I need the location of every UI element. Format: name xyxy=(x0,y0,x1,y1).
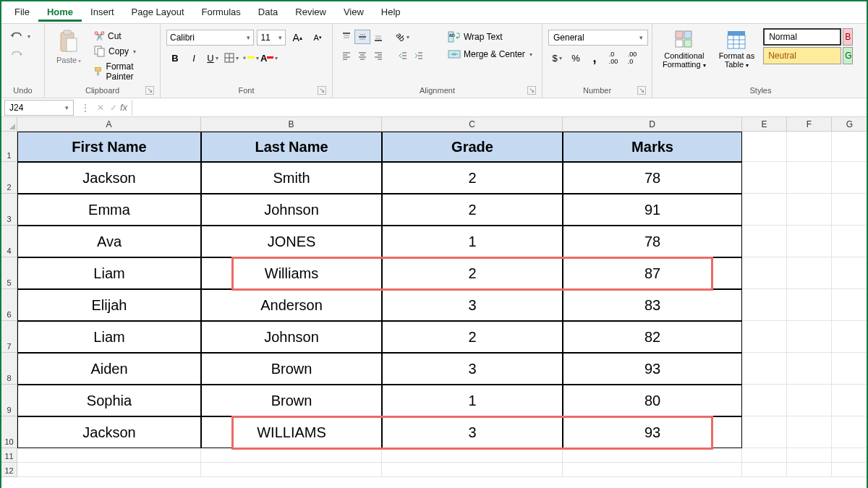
cell-d7[interactable]: 82 xyxy=(563,321,742,353)
cell-a6[interactable]: Elijah xyxy=(17,289,201,321)
decrease-indent-button[interactable] xyxy=(395,48,411,63)
cell-g8[interactable] xyxy=(832,353,868,385)
bold-button[interactable]: B xyxy=(166,50,184,66)
increase-font-button[interactable]: A▴ xyxy=(289,30,306,46)
increase-decimal-button[interactable]: .0.00 xyxy=(605,50,622,66)
cell-g10[interactable] xyxy=(832,416,868,448)
cell-f12[interactable] xyxy=(787,463,832,477)
cell-a7[interactable]: Liam xyxy=(17,321,201,353)
percent-format-button[interactable]: % xyxy=(567,50,584,66)
cell-e5[interactable] xyxy=(742,257,787,289)
cell-g7[interactable] xyxy=(832,321,868,353)
underline-button[interactable]: U xyxy=(204,50,221,66)
merge-center-button[interactable]: Merge & Center xyxy=(445,47,535,61)
row-header-2[interactable]: 2 xyxy=(1,162,17,194)
cell-a10[interactable]: Jackson xyxy=(17,416,201,448)
comma-format-button[interactable]: , xyxy=(586,50,603,66)
cell-e8[interactable] xyxy=(742,353,787,385)
cell-c7[interactable]: 2 xyxy=(382,321,563,353)
cell-c3[interactable]: 2 xyxy=(382,194,563,226)
tab-insert[interactable]: Insert xyxy=(82,3,123,22)
fill-color-button[interactable] xyxy=(242,50,259,66)
font-size-select[interactable]: 11▾ xyxy=(257,30,286,46)
align-left-button[interactable] xyxy=(339,48,354,63)
cell-e7[interactable] xyxy=(742,321,787,353)
cell-d10[interactable]: 93 xyxy=(563,416,742,448)
row-header-6[interactable]: 6 xyxy=(1,289,17,321)
cell-g12[interactable] xyxy=(832,463,868,477)
enter-formula-icon[interactable]: ✓ xyxy=(107,103,120,113)
number-format-select[interactable]: General▾ xyxy=(548,30,648,46)
tab-formulas[interactable]: Formulas xyxy=(193,3,250,22)
font-color-button[interactable]: A xyxy=(260,50,278,66)
cell-c9[interactable]: 1 xyxy=(382,385,563,416)
cell-c10[interactable]: 3 xyxy=(382,416,563,448)
cell-a9[interactable]: Sophia xyxy=(17,385,201,416)
cell-b5[interactable]: Williams xyxy=(201,257,382,289)
select-all-corner[interactable] xyxy=(1,117,17,132)
col-header-e[interactable]: E xyxy=(742,117,787,132)
align-bottom-button[interactable] xyxy=(370,30,386,44)
conditional-formatting-button[interactable]: ConditionalFormatting ▾ xyxy=(658,27,710,72)
cell-f10[interactable] xyxy=(787,416,832,448)
cell-b7[interactable]: Johnson xyxy=(201,321,382,353)
cell-b8[interactable]: Brown xyxy=(201,353,382,385)
cell-d8[interactable]: 93 xyxy=(563,353,742,385)
style-bad[interactable]: B xyxy=(843,28,853,46)
cell-f9[interactable] xyxy=(787,385,832,416)
cell-a3[interactable]: Emma xyxy=(17,194,201,226)
formula-input[interactable] xyxy=(132,100,868,116)
cell-g9[interactable] xyxy=(832,385,868,416)
cell-c2[interactable]: 2 xyxy=(382,162,563,194)
cell-e11[interactable] xyxy=(742,448,787,463)
alignment-launcher[interactable]: ↘ xyxy=(527,86,536,95)
cell-f11[interactable] xyxy=(787,448,832,463)
cell-b1[interactable]: Last Name xyxy=(201,132,382,162)
cell-g3[interactable] xyxy=(832,194,868,226)
fx-icon[interactable]: fx xyxy=(120,102,132,113)
cell-f6[interactable] xyxy=(787,289,832,321)
cell-f4[interactable] xyxy=(787,226,832,257)
col-header-c[interactable]: C xyxy=(382,117,563,132)
cell-g5[interactable] xyxy=(832,257,868,289)
cut-button[interactable]: ✂️ Cut xyxy=(91,30,154,43)
cell-d12[interactable] xyxy=(563,463,742,477)
style-normal[interactable]: Normal xyxy=(763,28,841,46)
cell-b9[interactable]: Brown xyxy=(201,385,382,416)
align-top-button[interactable] xyxy=(339,30,354,44)
cell-e12[interactable] xyxy=(742,463,787,477)
name-box[interactable]: J24▾ xyxy=(4,100,74,116)
tab-data[interactable]: Data xyxy=(250,3,286,22)
tab-review[interactable]: Review xyxy=(286,3,335,22)
cell-d4[interactable]: 78 xyxy=(563,226,742,257)
font-name-select[interactable]: Calibri▾ xyxy=(166,30,254,46)
align-right-button[interactable] xyxy=(370,48,386,63)
decrease-font-button[interactable]: A▾ xyxy=(309,30,326,46)
cell-g2[interactable] xyxy=(832,162,868,194)
cell-c6[interactable]: 3 xyxy=(382,289,563,321)
cell-c4[interactable]: 1 xyxy=(382,226,563,257)
row-header-9[interactable]: 9 xyxy=(1,385,17,416)
cell-b2[interactable]: Smith xyxy=(201,162,382,194)
row-header-4[interactable]: 4 xyxy=(1,226,17,257)
cell-e2[interactable] xyxy=(742,162,787,194)
increase-indent-button[interactable] xyxy=(411,48,427,63)
cell-c8[interactable]: 3 xyxy=(382,353,563,385)
cell-f8[interactable] xyxy=(787,353,832,385)
cell-e10[interactable] xyxy=(742,416,787,448)
orientation-button[interactable]: ab xyxy=(395,30,411,44)
cell-b10[interactable]: WILLIAMS xyxy=(201,416,382,448)
cell-c11[interactable] xyxy=(382,448,563,463)
col-header-b[interactable]: B xyxy=(201,117,382,132)
cell-e1[interactable] xyxy=(742,132,787,162)
font-launcher[interactable]: ↘ xyxy=(318,86,326,95)
cell-c1[interactable]: Grade xyxy=(382,132,563,162)
cell-g11[interactable] xyxy=(832,448,868,463)
number-launcher[interactable]: ↘ xyxy=(637,86,646,95)
tab-view[interactable]: View xyxy=(335,3,373,22)
format-as-table-button[interactable]: Format asTable ▾ xyxy=(715,27,760,72)
tab-pagelayout[interactable]: Page Layout xyxy=(123,3,193,22)
cell-b12[interactable] xyxy=(201,463,382,477)
row-header-10[interactable]: 10 xyxy=(1,416,17,448)
col-header-g[interactable]: G xyxy=(832,117,868,132)
